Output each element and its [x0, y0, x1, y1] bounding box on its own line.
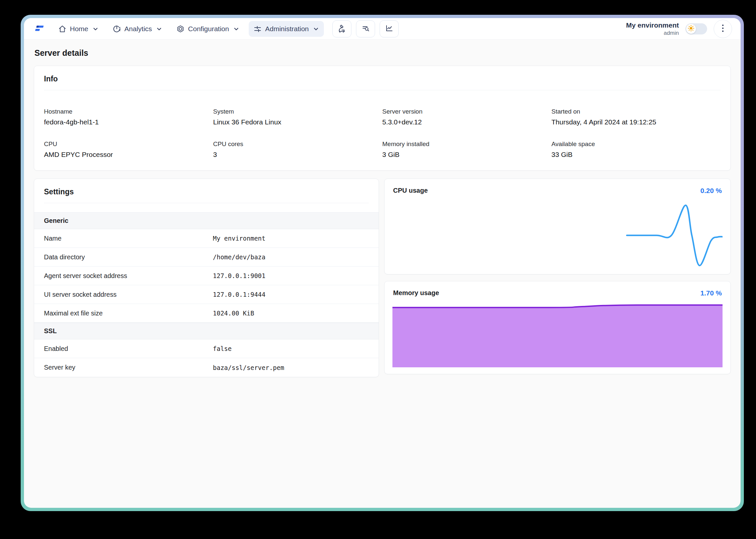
- user-role: admin: [626, 30, 679, 37]
- cpu-usage-title: CPU usage: [393, 187, 428, 194]
- app-surface: Home Analytics: [24, 18, 741, 508]
- kebab-icon: [722, 24, 724, 34]
- page-title: Server details: [34, 48, 731, 58]
- theme-toggle-thumb: [686, 24, 696, 34]
- log-search-button[interactable]: [356, 20, 375, 38]
- info-field-memory-installed: Memory installed 3 GiB: [382, 140, 552, 159]
- memory-usage-head: Memory usage 1.70 %: [393, 289, 722, 297]
- info-field-cpu-cores: CPU cores 3: [213, 140, 382, 159]
- memory-usage-chart: [392, 303, 722, 367]
- settings-card-title: Settings: [44, 188, 369, 196]
- theme-toggle[interactable]: [685, 23, 707, 35]
- sliders-icon: [253, 25, 262, 33]
- setting-row-server-key: Server key baza/ssl/server.pem: [34, 358, 378, 377]
- memory-usage-value: 1.70 %: [701, 289, 722, 297]
- settings-card: Settings Generic Name My environment Dat…: [34, 179, 379, 377]
- cpu-usage-head: CPU usage 0.20 %: [393, 187, 722, 194]
- charts-column: CPU usage 0.20 % Memory usage 1.70 %: [384, 179, 731, 374]
- cpu-usage-value: 0.20 %: [701, 187, 722, 194]
- nav-item-analytics[interactable]: Analytics: [108, 21, 167, 37]
- info-card-title: Info: [44, 75, 721, 83]
- user-area: My environment admin: [626, 20, 732, 38]
- setting-row-agent-socket: Agent server socket address 127.0.0.1:90…: [34, 267, 378, 285]
- setting-row-ssl-enabled: Enabled false: [34, 340, 378, 358]
- chevron-down-icon: [156, 26, 163, 32]
- info-card: Info Hostname fedora-4gb-hel1-1 System L…: [34, 66, 731, 171]
- nav-item-home[interactable]: Home: [53, 21, 103, 37]
- settings-section-generic: Generic: [34, 212, 378, 229]
- chevron-down-icon: [92, 26, 99, 32]
- line-chart-icon: [385, 24, 393, 34]
- memory-usage-chart-fill: [392, 305, 722, 367]
- more-menu-button[interactable]: [714, 20, 732, 38]
- environment-name: My environment: [626, 21, 679, 29]
- analytics-icon: [112, 25, 121, 33]
- setting-row-max-ext-file-size: Maximal ext file size 1024.00 KiB: [34, 304, 378, 323]
- app-window: Home Analytics: [21, 15, 744, 511]
- microscope-button[interactable]: [332, 20, 351, 38]
- chevron-down-icon: [233, 26, 240, 32]
- settings-and-charts-row: Settings Generic Name My environment Dat…: [34, 179, 731, 377]
- info-field-hostname: Hostname fedora-4gb-hel1-1: [44, 108, 213, 126]
- user-info: My environment admin: [626, 21, 679, 37]
- divider: [44, 203, 369, 203]
- nav-item-label: Home: [70, 25, 88, 33]
- top-navigation-bar: Home Analytics: [24, 18, 741, 40]
- setting-row-ui-socket: UI server socket address 127.0.0.1:9444: [34, 285, 378, 304]
- list-search-icon: [361, 24, 370, 34]
- cpu-usage-chart: [392, 200, 722, 268]
- settings-section-ssl: SSL: [34, 323, 378, 340]
- logo-icon[interactable]: [33, 23, 45, 35]
- home-icon: [58, 25, 67, 33]
- setting-row-data-directory: Data directory /home/dev/baza: [34, 248, 378, 267]
- configuration-icon: [176, 25, 185, 33]
- cpu-usage-card: CPU usage 0.20 %: [384, 179, 731, 274]
- nav-item-configuration[interactable]: Configuration: [172, 21, 244, 37]
- info-field-started-on: Started on Thursday, 4 April 2024 at 19:…: [552, 108, 721, 126]
- info-grid: Hostname fedora-4gb-hel1-1 System Linux …: [44, 108, 721, 159]
- divider: [44, 90, 721, 90]
- main-content: Server details Info Hostname fedora-4gb-…: [24, 40, 741, 508]
- nav-item-label: Administration: [265, 25, 309, 33]
- info-field-system: System Linux 36 Fedora Linux: [213, 108, 382, 126]
- microscope-icon: [338, 24, 346, 34]
- nav-item-label: Analytics: [124, 25, 152, 33]
- info-field-available-space: Available space 33 GiB: [552, 140, 721, 159]
- chevron-down-icon: [313, 26, 319, 32]
- metrics-button[interactable]: [379, 20, 399, 38]
- cpu-usage-chart-path: [627, 205, 722, 266]
- toolbar-icon-buttons: [332, 20, 399, 38]
- info-field-cpu: CPU AMD EPYC Processor: [44, 140, 213, 159]
- nav-item-label: Configuration: [188, 25, 229, 33]
- memory-usage-title: Memory usage: [393, 289, 439, 297]
- settings-table: Generic Name My environment Data directo…: [34, 212, 378, 377]
- sun-icon: [687, 25, 695, 33]
- memory-usage-card: Memory usage 1.70 %: [384, 281, 731, 374]
- nav-item-administration[interactable]: Administration: [249, 21, 324, 37]
- setting-row-name: Name My environment: [34, 229, 378, 248]
- info-field-server-version: Server version 5.3.0+dev.12: [382, 108, 552, 126]
- settings-head: Settings: [34, 188, 378, 203]
